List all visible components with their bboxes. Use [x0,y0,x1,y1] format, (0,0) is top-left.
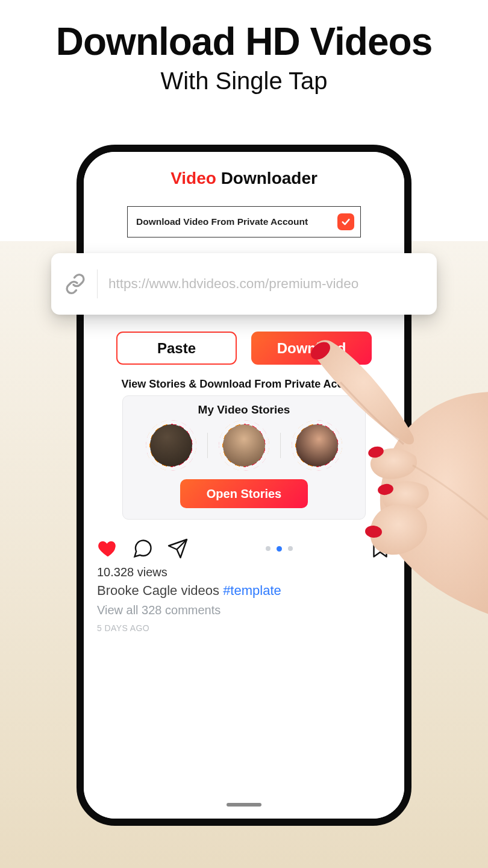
post-caption: Brooke Cagle videos #template [97,583,391,599]
link-icon [64,273,86,295]
url-input[interactable] [108,276,424,292]
story-avatar[interactable] [221,423,267,468]
carousel-dots [189,546,369,552]
divider [280,433,281,458]
story-avatar[interactable] [294,423,340,468]
private-account-toggle-row[interactable]: Download Video From Private Account [127,206,361,237]
download-button[interactable]: Download [251,332,372,365]
views-count: 10.328 views [97,565,391,579]
bookmark-icon[interactable] [369,538,391,559]
stories-card-title: My Video Stories [133,403,355,417]
headline-title: Download HD Videos [0,19,488,64]
stories-caption: View Stories & Download From Private Acc… [84,378,404,391]
home-indicator [227,803,261,807]
url-input-bar[interactable] [51,253,437,315]
headline-subtitle: With Single Tap [0,68,488,95]
view-all-comments[interactable]: View all 328 comments [97,603,391,617]
heart-icon[interactable] [97,538,119,559]
open-stories-button[interactable]: Open Stories [180,479,308,508]
share-icon[interactable] [167,538,189,559]
app-title: Video Downloader [84,169,404,188]
post-timestamp: 5 DAYS AGO [97,623,391,633]
private-account-label: Download Video From Private Account [136,216,308,227]
private-account-checkbox-icon[interactable] [337,213,354,230]
paste-button[interactable]: Paste [116,332,237,365]
phone-frame: Video Downloader Download Video From Pri… [77,145,411,826]
story-avatar[interactable] [148,423,194,468]
stories-card: My Video Stories [122,395,366,520]
comment-icon[interactable] [132,538,154,559]
hashtag-link[interactable]: #template [223,583,281,598]
divider [207,433,208,458]
